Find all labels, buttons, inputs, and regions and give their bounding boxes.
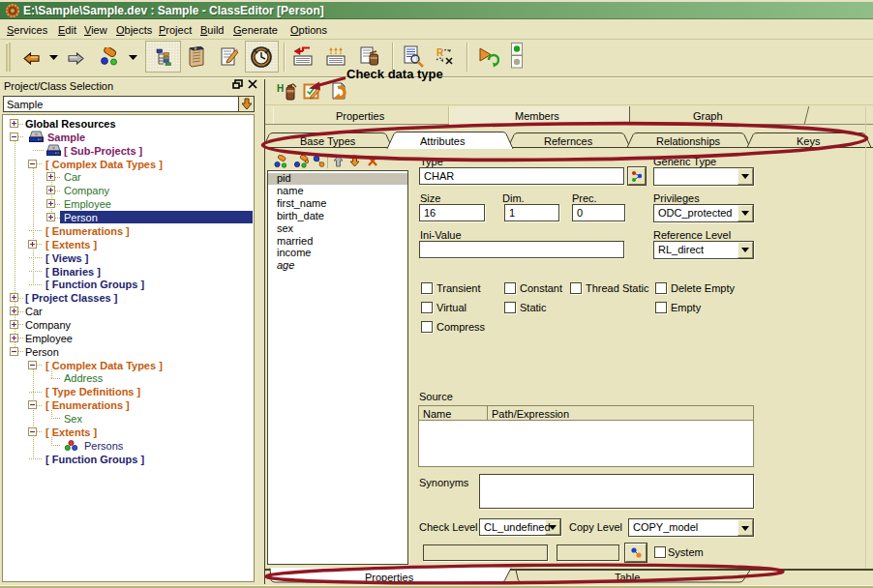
svg-text:R: R — [436, 47, 444, 58]
